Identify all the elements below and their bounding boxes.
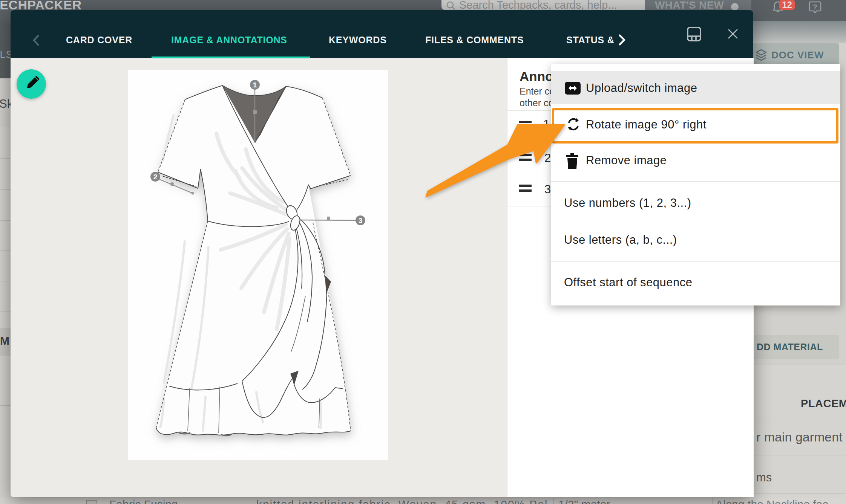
svg-text:3: 3 <box>359 217 363 225</box>
svg-text:1: 1 <box>253 81 257 89</box>
svg-text:?: ? <box>813 3 817 11</box>
svg-text:2: 2 <box>153 173 158 181</box>
